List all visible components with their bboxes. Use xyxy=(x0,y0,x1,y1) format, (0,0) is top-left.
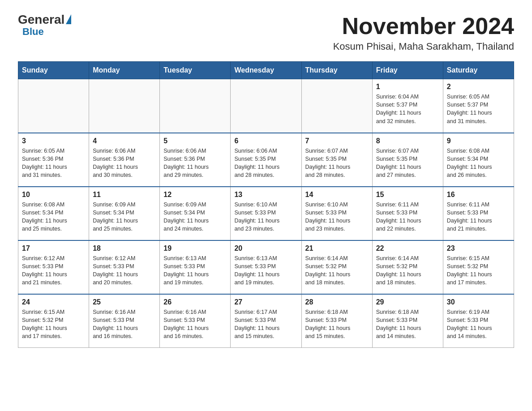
calendar-cell: 7Sunrise: 6:07 AMSunset: 5:35 PMDaylight… xyxy=(301,133,372,187)
weekday-header-tuesday: Tuesday xyxy=(160,62,231,79)
calendar-cell: 8Sunrise: 6:07 AMSunset: 5:35 PMDaylight… xyxy=(372,133,443,187)
day-number: 23 xyxy=(447,244,510,253)
day-number: 18 xyxy=(93,244,156,253)
day-info: Sunrise: 6:08 AMSunset: 5:34 PMDaylight:… xyxy=(447,147,510,180)
logo-blue-text: Blue xyxy=(22,26,44,38)
calendar-cell: 14Sunrise: 6:10 AMSunset: 5:33 PMDayligh… xyxy=(301,187,372,240)
calendar-cell: 4Sunrise: 6:06 AMSunset: 5:36 PMDaylight… xyxy=(89,133,160,187)
day-number: 4 xyxy=(93,137,156,145)
weekday-header-saturday: Saturday xyxy=(443,62,514,79)
calendar-table: SundayMondayTuesdayWednesdayThursdayFrid… xyxy=(18,61,514,348)
calendar-week-row: 1Sunrise: 6:04 AMSunset: 5:37 PMDaylight… xyxy=(18,79,514,133)
location-title: Kosum Phisai, Maha Sarakham, Thailand xyxy=(333,41,514,52)
day-info: Sunrise: 6:19 AMSunset: 5:33 PMDaylight:… xyxy=(447,308,510,341)
calendar-cell xyxy=(89,79,160,133)
calendar-cell: 1Sunrise: 6:04 AMSunset: 5:37 PMDaylight… xyxy=(372,79,443,133)
day-info: Sunrise: 6:09 AMSunset: 5:34 PMDaylight:… xyxy=(163,201,227,233)
day-number: 20 xyxy=(234,244,297,253)
day-number: 14 xyxy=(305,191,369,199)
day-number: 5 xyxy=(163,137,227,145)
day-number: 24 xyxy=(22,298,85,306)
day-number: 22 xyxy=(376,244,439,253)
day-info: Sunrise: 6:18 AMSunset: 5:33 PMDaylight:… xyxy=(305,308,369,341)
calendar-cell: 6Sunrise: 6:06 AMSunset: 5:35 PMDaylight… xyxy=(231,133,301,187)
day-info: Sunrise: 6:14 AMSunset: 5:32 PMDaylight:… xyxy=(376,254,439,287)
calendar-cell: 2Sunrise: 6:05 AMSunset: 5:37 PMDaylight… xyxy=(443,79,514,133)
day-info: Sunrise: 6:11 AMSunset: 5:33 PMDaylight:… xyxy=(447,201,510,233)
calendar-cell: 27Sunrise: 6:17 AMSunset: 5:33 PMDayligh… xyxy=(231,294,301,348)
calendar-cell xyxy=(301,79,372,133)
day-info: Sunrise: 6:06 AMSunset: 5:35 PMDaylight:… xyxy=(234,147,297,180)
day-info: Sunrise: 6:10 AMSunset: 5:33 PMDaylight:… xyxy=(234,201,297,233)
calendar-cell: 11Sunrise: 6:09 AMSunset: 5:34 PMDayligh… xyxy=(89,187,160,240)
weekday-header-thursday: Thursday xyxy=(301,62,372,79)
day-number: 27 xyxy=(234,298,297,306)
day-number: 26 xyxy=(163,298,227,306)
calendar-cell: 25Sunrise: 6:16 AMSunset: 5:33 PMDayligh… xyxy=(89,294,160,348)
title-area: November 2024 Kosum Phisai, Maha Sarakha… xyxy=(333,13,514,52)
calendar-cell: 26Sunrise: 6:16 AMSunset: 5:33 PMDayligh… xyxy=(160,294,231,348)
day-info: Sunrise: 6:14 AMSunset: 5:32 PMDaylight:… xyxy=(305,254,369,287)
day-number: 13 xyxy=(234,191,297,199)
calendar-cell: 16Sunrise: 6:11 AMSunset: 5:33 PMDayligh… xyxy=(443,187,514,240)
weekday-header-monday: Monday xyxy=(89,62,160,79)
day-info: Sunrise: 6:13 AMSunset: 5:33 PMDaylight:… xyxy=(234,254,297,287)
calendar-cell xyxy=(18,79,89,133)
calendar-cell: 15Sunrise: 6:11 AMSunset: 5:33 PMDayligh… xyxy=(372,187,443,240)
day-info: Sunrise: 6:12 AMSunset: 5:33 PMDaylight:… xyxy=(93,254,156,287)
day-number: 29 xyxy=(376,298,439,306)
weekday-header-row: SundayMondayTuesdayWednesdayThursdayFrid… xyxy=(18,62,514,79)
calendar-cell: 20Sunrise: 6:13 AMSunset: 5:33 PMDayligh… xyxy=(231,240,301,294)
calendar-cell: 13Sunrise: 6:10 AMSunset: 5:33 PMDayligh… xyxy=(231,187,301,240)
day-info: Sunrise: 6:04 AMSunset: 5:37 PMDaylight:… xyxy=(376,93,439,125)
day-number: 9 xyxy=(447,137,510,145)
day-number: 10 xyxy=(22,191,85,199)
calendar-week-row: 17Sunrise: 6:12 AMSunset: 5:33 PMDayligh… xyxy=(18,240,514,294)
calendar-cell xyxy=(160,79,231,133)
calendar-cell: 9Sunrise: 6:08 AMSunset: 5:34 PMDaylight… xyxy=(443,133,514,187)
day-info: Sunrise: 6:07 AMSunset: 5:35 PMDaylight:… xyxy=(376,147,439,180)
calendar-cell xyxy=(231,79,301,133)
calendar-cell: 3Sunrise: 6:05 AMSunset: 5:36 PMDaylight… xyxy=(18,133,89,187)
day-info: Sunrise: 6:09 AMSunset: 5:34 PMDaylight:… xyxy=(93,201,156,233)
calendar-cell: 5Sunrise: 6:06 AMSunset: 5:36 PMDaylight… xyxy=(160,133,231,187)
calendar-cell: 21Sunrise: 6:14 AMSunset: 5:32 PMDayligh… xyxy=(301,240,372,294)
day-number: 11 xyxy=(93,191,156,199)
calendar-cell: 19Sunrise: 6:13 AMSunset: 5:33 PMDayligh… xyxy=(160,240,231,294)
day-number: 12 xyxy=(163,191,227,199)
day-number: 7 xyxy=(305,137,369,145)
calendar-cell: 23Sunrise: 6:15 AMSunset: 5:32 PMDayligh… xyxy=(443,240,514,294)
calendar-cell: 29Sunrise: 6:18 AMSunset: 5:33 PMDayligh… xyxy=(372,294,443,348)
weekday-header-friday: Friday xyxy=(372,62,443,79)
day-info: Sunrise: 6:16 AMSunset: 5:33 PMDaylight:… xyxy=(93,308,156,341)
calendar-cell: 30Sunrise: 6:19 AMSunset: 5:33 PMDayligh… xyxy=(443,294,514,348)
month-title: November 2024 xyxy=(333,13,514,39)
day-info: Sunrise: 6:11 AMSunset: 5:33 PMDaylight:… xyxy=(376,201,439,233)
day-info: Sunrise: 6:15 AMSunset: 5:32 PMDaylight:… xyxy=(447,254,510,287)
day-info: Sunrise: 6:08 AMSunset: 5:34 PMDaylight:… xyxy=(22,201,85,233)
weekday-header-wednesday: Wednesday xyxy=(231,62,301,79)
calendar-cell: 18Sunrise: 6:12 AMSunset: 5:33 PMDayligh… xyxy=(89,240,160,294)
day-number: 3 xyxy=(22,137,85,145)
day-info: Sunrise: 6:07 AMSunset: 5:35 PMDaylight:… xyxy=(305,147,369,180)
day-number: 30 xyxy=(447,298,510,306)
day-number: 2 xyxy=(447,83,510,91)
day-info: Sunrise: 6:06 AMSunset: 5:36 PMDaylight:… xyxy=(163,147,227,180)
day-info: Sunrise: 6:17 AMSunset: 5:33 PMDaylight:… xyxy=(234,308,297,341)
day-number: 19 xyxy=(163,244,227,253)
day-info: Sunrise: 6:13 AMSunset: 5:33 PMDaylight:… xyxy=(163,254,227,287)
day-number: 28 xyxy=(305,298,369,306)
day-info: Sunrise: 6:12 AMSunset: 5:33 PMDaylight:… xyxy=(22,254,85,287)
calendar-cell: 17Sunrise: 6:12 AMSunset: 5:33 PMDayligh… xyxy=(18,240,89,294)
logo-general-text: General xyxy=(18,13,64,26)
calendar-cell: 12Sunrise: 6:09 AMSunset: 5:34 PMDayligh… xyxy=(160,187,231,240)
day-info: Sunrise: 6:06 AMSunset: 5:36 PMDaylight:… xyxy=(93,147,156,180)
calendar-cell: 24Sunrise: 6:15 AMSunset: 5:32 PMDayligh… xyxy=(18,294,89,348)
page-header: General Blue November 2024 Kosum Phisai,… xyxy=(18,13,514,52)
day-info: Sunrise: 6:05 AMSunset: 5:36 PMDaylight:… xyxy=(22,147,85,180)
day-info: Sunrise: 6:16 AMSunset: 5:33 PMDaylight:… xyxy=(163,308,227,341)
logo: General Blue xyxy=(18,13,71,38)
day-number: 15 xyxy=(376,191,439,199)
day-number: 25 xyxy=(93,298,156,306)
day-info: Sunrise: 6:05 AMSunset: 5:37 PMDaylight:… xyxy=(447,93,510,125)
